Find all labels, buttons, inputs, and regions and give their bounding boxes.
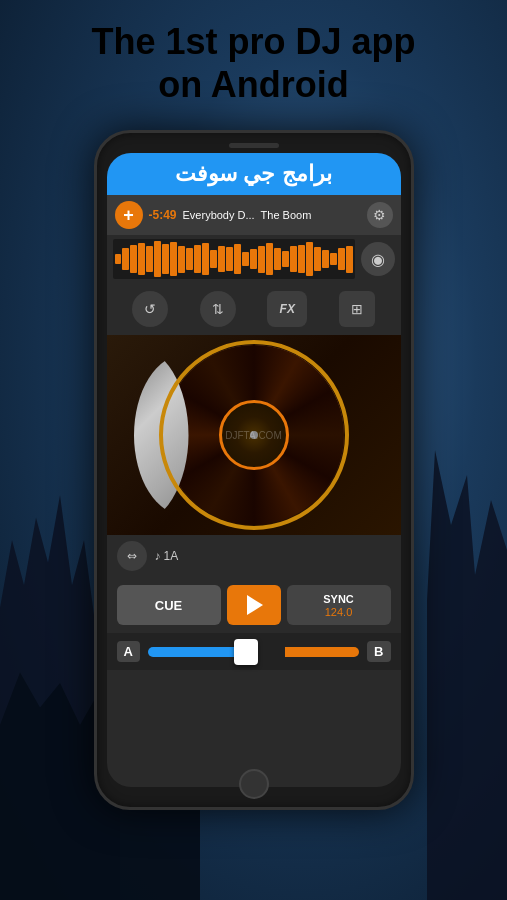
controls-row: ↺ ⇅ FX ⊞ [107,283,401,335]
key-icon: ♪ [155,549,161,563]
waveform-container: ◉ [107,235,401,283]
crossfader-right-fill [285,647,359,657]
add-track-button[interactable]: + [115,201,143,229]
top-bar: + -5:49 Everybody D... The Boom ⚙ [107,195,401,235]
crossfader-label-b: B [367,641,390,662]
watermark: DJFTA.COM [225,430,281,441]
crossfader-label-a: A [117,641,140,662]
vinyl-bottom-bar: ⇔ ♪ 1A [107,535,401,577]
vinyl-mode-button[interactable]: ◉ [361,242,395,276]
gear-icon: ⚙ [373,207,386,223]
time-display: -5:49 [149,208,177,222]
arabic-banner: برامج جي سوفت [107,153,401,195]
sync-label: SYNC [323,593,354,605]
loop-button[interactable]: ↺ [132,291,168,327]
phone-device: برامج جي سوفت + -5:49 Everybody D... The… [94,130,414,810]
waveform[interactable] [113,239,355,279]
play-button[interactable] [227,585,281,625]
app-tagline: The 1st pro DJ app on Android [0,20,507,106]
fx-label: FX [280,302,295,316]
arabic-text: برامج جي سوفت [175,161,331,186]
album-name: The Boom [261,209,312,221]
sync-button[interactable]: SYNC 124.0 [287,585,391,625]
tagline-line2: on Android [158,64,349,105]
sync-bpm: 124.0 [325,606,353,618]
vinyl-icon: ◉ [371,250,385,269]
track-info: Everybody D... The Boom [183,209,361,221]
key-display: ♪ 1A [155,549,179,563]
eq-icon: ⇅ [212,301,224,317]
crossfader-thumb[interactable] [234,639,258,665]
vinyl-area: DJFTA.COM [107,335,401,535]
header-section: The 1st pro DJ app on Android [0,20,507,106]
phone-home-button[interactable] [239,769,269,799]
headphone-split-button[interactable]: ⇔ [117,541,147,571]
eq-button[interactable]: ⇅ [200,291,236,327]
track-name: Everybody D... [183,209,255,221]
cue-label: CUE [155,598,182,613]
fx-button[interactable]: FX [267,291,307,327]
settings-button[interactable]: ⚙ [367,202,393,228]
headphone-icon: ⇔ [127,549,137,563]
crossfader-row: A B [107,633,401,670]
phone-screen: برامج جي سوفت + -5:49 Everybody D... The… [107,153,401,787]
plus-icon: + [123,205,134,226]
key-value: 1A [164,549,179,563]
grid-button[interactable]: ⊞ [339,291,375,327]
waveform-bars [113,239,355,279]
crossfader-left-fill [148,647,243,657]
tagline-line1: The 1st pro DJ app [91,21,415,62]
crossfader-track[interactable] [148,647,359,657]
play-icon [247,595,263,615]
loop-icon: ↺ [144,301,156,317]
grid-icon: ⊞ [351,301,363,317]
phone-speaker [229,143,279,148]
cue-button[interactable]: CUE [117,585,221,625]
transport-controls: CUE SYNC 124.0 [107,577,401,633]
